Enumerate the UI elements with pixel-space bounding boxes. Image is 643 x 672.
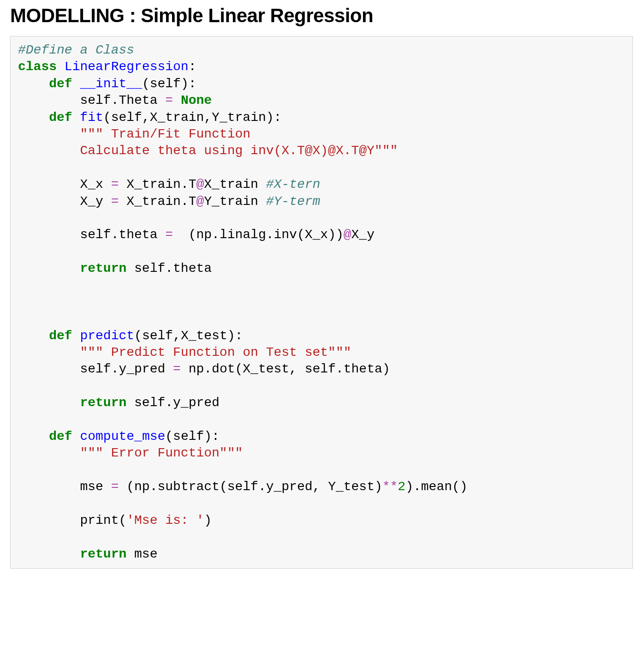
code-text: np.dot(X_test, self.theta) bbox=[181, 362, 390, 376]
code-operator: = bbox=[111, 177, 119, 192]
code-keyword: def bbox=[49, 429, 72, 444]
code-classname: LinearRegression bbox=[65, 60, 189, 74]
code-text bbox=[18, 127, 80, 141]
code-text bbox=[72, 429, 80, 444]
code-text bbox=[72, 77, 80, 91]
code-text bbox=[18, 261, 80, 276]
code-text: (self,X_test): bbox=[134, 329, 243, 343]
code-text: self.theta bbox=[126, 261, 212, 276]
code-keyword: def bbox=[49, 110, 72, 125]
code-text: self.y_pred bbox=[18, 362, 173, 376]
page-container: MODELLING : Simple Linear Regression #De… bbox=[0, 5, 643, 569]
code-keyword: return bbox=[80, 396, 126, 410]
code-operator: = bbox=[165, 228, 173, 242]
code-string: Calculate theta using inv(X.T@X)@X.T@Y""… bbox=[18, 144, 398, 158]
code-text bbox=[18, 547, 80, 561]
code-text: print( bbox=[18, 513, 126, 528]
code-comment: #Y-term bbox=[266, 194, 321, 209]
code-text: ).mean() bbox=[405, 480, 467, 494]
code-text: (self,X_train,Y_train): bbox=[103, 110, 281, 125]
code-operator: ** bbox=[382, 480, 398, 494]
code-text: (np.linalg.inv(X_x)) bbox=[173, 228, 344, 242]
code-funcname: predict bbox=[80, 329, 134, 343]
code-operator: = bbox=[165, 93, 173, 108]
code-keyword: return bbox=[80, 547, 126, 561]
code-keyword: def bbox=[49, 329, 72, 343]
page-title: MODELLING : Simple Linear Regression bbox=[10, 5, 633, 27]
code-text bbox=[72, 110, 80, 125]
code-text: mse bbox=[126, 547, 157, 561]
code-text: X_train.T bbox=[119, 177, 196, 192]
code-comment: #X-tern bbox=[266, 177, 321, 192]
code-text bbox=[18, 329, 49, 343]
code-operator: = bbox=[173, 362, 181, 376]
code-text bbox=[173, 93, 181, 108]
code-text bbox=[18, 345, 80, 360]
code-operator: @ bbox=[196, 194, 204, 209]
code-text bbox=[18, 446, 80, 460]
code-text bbox=[18, 429, 49, 444]
code-text: : bbox=[189, 60, 196, 74]
code-text: self.y_pred bbox=[126, 396, 220, 410]
code-text bbox=[18, 396, 80, 410]
code-text: self.theta bbox=[18, 228, 165, 242]
code-text: (np.subtract(self.y_pred, Y_test) bbox=[119, 480, 382, 494]
code-operator: @ bbox=[196, 177, 204, 192]
code-operator: = bbox=[111, 194, 119, 209]
code-text: X_x bbox=[18, 177, 111, 192]
code-operator: = bbox=[111, 480, 119, 494]
code-comment: #Define a Class bbox=[18, 43, 134, 57]
code-funcname: compute_mse bbox=[80, 429, 165, 444]
code-string: 'Mse is: ' bbox=[126, 513, 204, 528]
code-block: #Define a Class class LinearRegression: … bbox=[10, 36, 633, 569]
code-text bbox=[57, 60, 65, 74]
code-text: self.Theta bbox=[18, 93, 165, 108]
code-string: """ Train/Fit Function bbox=[80, 127, 250, 141]
code-text: ) bbox=[204, 513, 212, 528]
code-string: """ Predict Function on Test set""" bbox=[80, 345, 351, 360]
code-text: X_train bbox=[204, 177, 266, 192]
code-builtin: None bbox=[181, 93, 212, 108]
code-text: Y_train bbox=[204, 194, 266, 209]
code-keyword: class bbox=[18, 60, 57, 74]
code-text: X_train.T bbox=[119, 194, 196, 209]
code-funcname: fit bbox=[80, 110, 103, 125]
code-text: X_y bbox=[18, 194, 111, 209]
code-operator: @ bbox=[344, 228, 351, 242]
code-keyword: return bbox=[80, 261, 126, 276]
code-text bbox=[18, 110, 49, 125]
code-keyword: def bbox=[49, 77, 72, 91]
code-string: """ Error Function""" bbox=[80, 446, 243, 460]
code-text: mse bbox=[18, 480, 111, 494]
code-text: X_y bbox=[351, 228, 375, 242]
code-text bbox=[18, 77, 49, 91]
code-number: 2 bbox=[398, 480, 405, 494]
code-funcname: __init__ bbox=[80, 77, 142, 91]
code-text: (self): bbox=[165, 429, 220, 444]
code-text: (self): bbox=[142, 77, 196, 91]
code-text bbox=[72, 329, 80, 343]
